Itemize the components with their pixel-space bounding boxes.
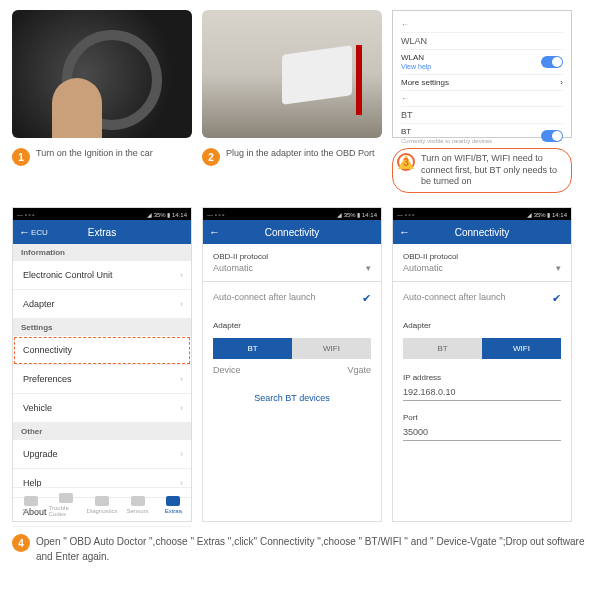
- segment-wifi[interactable]: WIFI: [292, 338, 371, 359]
- row-adapter[interactable]: Adapter›: [13, 290, 191, 319]
- status-bar: ⋯ ▫ ▫ ▫◢ 35% ▮ 14:14: [393, 208, 571, 220]
- segment-bt[interactable]: BT: [403, 338, 482, 359]
- select-protocol[interactable]: Automatic▾: [393, 263, 571, 282]
- photo-ignition: [12, 10, 192, 138]
- phone-connectivity-bt: ⋯ ▫ ▫ ▫◢ 35% ▮ 14:14 ← Connectivity OBD-…: [202, 207, 382, 522]
- step-1: 1 Turn on the Ignition in the car: [12, 148, 192, 193]
- step-4-caption: Open " OBD Auto Doctor ",choose " Extras…: [36, 534, 588, 564]
- app-bar: ← Connectivity: [393, 220, 571, 244]
- step-2-caption: Plug in the adapter into the OBD Port: [226, 148, 375, 160]
- dropdown-icon: ▾: [556, 263, 561, 273]
- sensor-icon: [131, 496, 145, 506]
- section-information: Information: [13, 244, 191, 261]
- segment-adapter: BT WIFI: [213, 338, 371, 359]
- label-autoconnect: Auto-connect after launch: [213, 292, 316, 305]
- bt-toggle[interactable]: [541, 130, 563, 142]
- chevron-right-icon: ›: [180, 299, 183, 309]
- label-adapter: Adapter: [393, 313, 571, 332]
- label-port: Port: [393, 405, 571, 424]
- back-icon[interactable]: ←: [209, 226, 220, 238]
- row-preferences[interactable]: Preferences›: [13, 365, 191, 394]
- segment-wifi[interactable]: WIFI: [482, 338, 561, 359]
- section-settings: Settings: [13, 319, 191, 336]
- phone-settings-panel: ← WLAN WLAN View help More settings › ← …: [392, 10, 572, 138]
- tab-extras[interactable]: Extras: [155, 488, 191, 521]
- step-4: 4 Open " OBD Auto Doctor ",choose " Extr…: [0, 526, 600, 576]
- status-bar: ⋯ ▫ ▫ ▫◢ 35% ▮ 14:14: [203, 208, 381, 220]
- label-device: Device: [213, 365, 241, 375]
- back-icon[interactable]: ←: [401, 20, 409, 29]
- input-ip[interactable]: 192.168.0.10: [403, 384, 561, 401]
- warning-icon: 3: [397, 153, 415, 171]
- step-3: 3 Turn on WIFI/BT, WIFI need to connect …: [392, 148, 572, 193]
- label-adapter: Adapter: [203, 313, 381, 332]
- appbar-title: Extras: [88, 227, 116, 238]
- appbar-title: Connectivity: [265, 227, 319, 238]
- label-protocol: OBD-II protocol: [393, 244, 571, 263]
- app-bar: ← ECU Extras: [13, 220, 191, 244]
- tab-trouble-codes[interactable]: Trouble Codes: [49, 488, 85, 521]
- extras-icon: [166, 496, 180, 506]
- row-vehicle[interactable]: Vehicle›: [13, 394, 191, 423]
- dropdown-icon: ▾: [366, 263, 371, 273]
- chevron-right-icon: ›: [560, 78, 563, 87]
- label-autoconnect: Auto-connect after launch: [403, 292, 506, 305]
- chevron-right-icon: ›: [180, 449, 183, 459]
- tab-status[interactable]: Status: [13, 488, 49, 521]
- step-3-caption: Turn on WIFI/BT, WIFI need to connect fi…: [421, 153, 563, 188]
- segment-adapter: BT WIFI: [403, 338, 561, 359]
- device-value[interactable]: Vgate: [347, 365, 371, 375]
- phone-connectivity-wifi: ⋯ ▫ ▫ ▫◢ 35% ▮ 14:14 ← Connectivity OBD-…: [392, 207, 572, 522]
- photo-obd-port: [202, 10, 382, 138]
- bt-title: BT: [401, 110, 413, 120]
- back-icon[interactable]: ←: [19, 226, 30, 238]
- app-bar: ← Connectivity: [203, 220, 381, 244]
- input-port[interactable]: 35000: [403, 424, 561, 441]
- segment-bt[interactable]: BT: [213, 338, 292, 359]
- back-icon[interactable]: ←: [399, 226, 410, 238]
- tab-sensors[interactable]: Sensors: [120, 488, 156, 521]
- chevron-right-icon: ›: [180, 403, 183, 413]
- back-icon[interactable]: ←: [401, 94, 409, 103]
- step-number-1: 1: [12, 148, 30, 166]
- section-other: Other: [13, 423, 191, 440]
- row-connectivity[interactable]: Connectivity: [13, 336, 191, 365]
- row-ecu[interactable]: Electronic Control Unit›: [13, 261, 191, 290]
- row-upgrade[interactable]: Upgrade›: [13, 440, 191, 469]
- search-bt-button[interactable]: Search BT devices: [203, 383, 381, 413]
- warning-icon: [59, 493, 73, 503]
- wlan-toggle[interactable]: [541, 56, 563, 68]
- select-protocol[interactable]: Automatic▾: [203, 263, 381, 282]
- step-2: 2 Plug in the adapter into the OBD Port: [202, 148, 382, 193]
- appbar-title: Connectivity: [455, 227, 509, 238]
- label-ip: IP address: [393, 365, 571, 384]
- chevron-right-icon: ›: [180, 270, 183, 280]
- wlan-label: WLAN: [401, 53, 424, 62]
- step-1-caption: Turn on the Ignition in the car: [36, 148, 153, 160]
- step-number-4: 4: [12, 534, 30, 552]
- bt-label: BT: [401, 127, 411, 136]
- view-help-link[interactable]: View help: [401, 63, 431, 70]
- gauge-icon: [24, 496, 38, 506]
- step-number-2: 2: [202, 148, 220, 166]
- label-protocol: OBD-II protocol: [203, 244, 381, 263]
- bt-sub: Currently visible to nearby devices: [401, 138, 492, 144]
- wlan-title: WLAN: [401, 36, 427, 46]
- status-bar: ⋯ ▫ ▫ ▫◢ 35% ▮ 14:14: [13, 208, 191, 220]
- more-settings[interactable]: More settings: [401, 78, 449, 87]
- checkbox-autoconnect[interactable]: ✔: [552, 292, 561, 305]
- chevron-right-icon: ›: [180, 374, 183, 384]
- phone-extras: ⋯ ▫ ▫ ▫◢ 35% ▮ 14:14 ← ECU Extras Inform…: [12, 207, 192, 522]
- appbar-label: ECU: [31, 228, 48, 237]
- tab-diagnostics[interactable]: Diagnostics: [84, 488, 120, 521]
- bottom-tabs: Status Trouble Codes Diagnostics Sensors…: [13, 487, 191, 521]
- checkbox-autoconnect[interactable]: ✔: [362, 292, 371, 305]
- stethoscope-icon: [95, 496, 109, 506]
